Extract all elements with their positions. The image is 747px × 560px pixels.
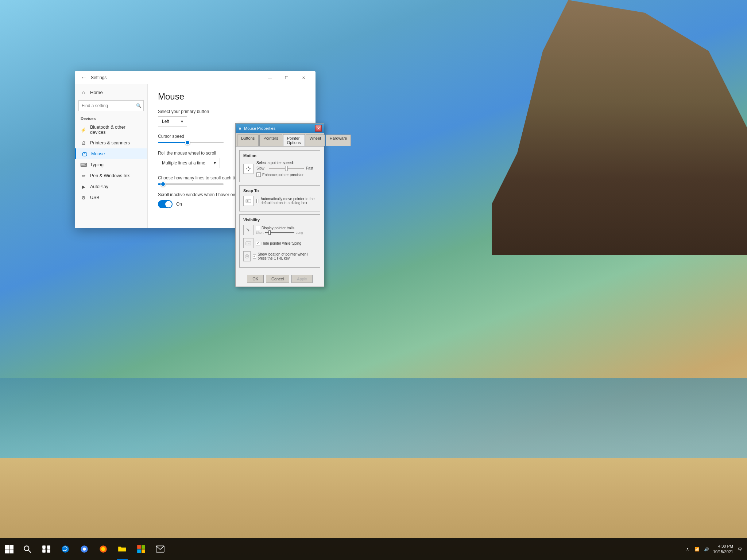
- motion-title: Motion: [243, 153, 316, 158]
- sidebar-item-printers[interactable]: 🖨 Printers & scanners: [75, 137, 147, 148]
- roll-scroll-dropdown[interactable]: Multiple lines at a time ▾: [158, 158, 220, 168]
- fast-label: Fast: [306, 166, 316, 170]
- taskbar-store[interactable]: [132, 538, 150, 560]
- svg-rect-23: [137, 549, 141, 553]
- snap-to-content: Automatically move pointer to the defaul…: [256, 197, 316, 205]
- taskbar-mail[interactable]: [151, 538, 169, 560]
- search-icon: 🔍: [136, 103, 142, 108]
- sidebar-home-label: Home: [90, 90, 103, 95]
- snap-to-icon: [243, 196, 253, 206]
- sidebar-item-pen-label: Pen & Windows Ink: [90, 173, 129, 178]
- cursor-speed-thumb[interactable]: [185, 140, 190, 145]
- clock-time: 4:30 PM: [713, 544, 733, 549]
- bluetooth-icon: ⚡: [81, 127, 86, 133]
- tab-buttons[interactable]: Buttons: [237, 135, 259, 146]
- window-titlebar: ← Settings — ☐ ✕: [75, 71, 316, 84]
- tray-notifications[interactable]: 🗨: [736, 545, 743, 553]
- sidebar-item-pen[interactable]: ✏ Pen & Windows Ink: [75, 170, 147, 181]
- taskbar-clock[interactable]: 4:30 PM 10/15/2021: [713, 544, 733, 555]
- sidebar-item-printers-label: Printers & scanners: [90, 140, 130, 145]
- tray-volume[interactable]: 🔊: [703, 545, 710, 553]
- taskbar-file-explorer[interactable]: [113, 538, 131, 560]
- svg-rect-22: [142, 545, 145, 549]
- usb-icon: ⚙: [81, 195, 86, 201]
- ok-button[interactable]: OK: [247, 275, 264, 283]
- taskbar-icons: [18, 538, 684, 560]
- tab-hardware[interactable]: Hardware: [326, 135, 351, 146]
- cancel-button[interactable]: Cancel: [266, 275, 289, 283]
- sidebar-item-typing[interactable]: ⌨ Typing: [75, 159, 147, 170]
- tray-network[interactable]: 📶: [693, 545, 701, 553]
- apply-button[interactable]: Apply: [291, 275, 313, 283]
- hide-typing-label: Hide pointer while typing: [262, 241, 301, 245]
- pointer-speed-slider[interactable]: [269, 168, 304, 169]
- dialog-icon-small: 🖱: [238, 126, 242, 131]
- dialog-buttons: OK Cancel Apply: [236, 273, 324, 287]
- toggle-knob: [165, 201, 172, 207]
- svg-rect-14: [42, 549, 46, 553]
- maximize-button[interactable]: ☐: [278, 72, 295, 83]
- visibility-section: Visibility Display pointer trails: [239, 214, 320, 268]
- svg-rect-13: [47, 545, 50, 549]
- taskbar-edge[interactable]: [56, 538, 74, 560]
- show-location-checkbox[interactable]: ✓: [253, 254, 256, 258]
- tab-wheel[interactable]: Wheel: [306, 135, 325, 146]
- pointer-trails-checkbox[interactable]: [256, 226, 260, 230]
- sidebar-search-input[interactable]: [78, 100, 144, 111]
- sidebar-item-usb-label: USB: [90, 195, 100, 200]
- enhance-precision-checkbox[interactable]: ✓: [256, 172, 261, 177]
- pointer-speed-thumb: [285, 166, 288, 171]
- lines-scroll-thumb[interactable]: [160, 182, 166, 187]
- roll-scroll-value: Multiple lines at a time: [162, 160, 205, 166]
- hide-typing-checkbox[interactable]: ✓: [256, 241, 260, 245]
- window-back-button[interactable]: ←: [78, 72, 89, 83]
- svg-point-9: [246, 256, 248, 257]
- svg-point-10: [24, 546, 29, 551]
- enhance-precision-label: Enhance pointer precision: [262, 173, 305, 177]
- auto-move-row: Automatically move pointer to the defaul…: [256, 197, 316, 205]
- auto-move-checkbox[interactable]: [256, 199, 259, 203]
- trail-slider: Short Long: [256, 231, 316, 234]
- tray-chevron[interactable]: ∧: [684, 545, 691, 553]
- svg-point-18: [83, 548, 86, 551]
- scroll-inactive-toggle[interactable]: [158, 200, 173, 208]
- scroll-inactive-toggle-label: On: [176, 202, 182, 207]
- sidebar-item-mouse[interactable]: Mouse: [75, 148, 147, 159]
- trail-thumb: [268, 230, 271, 235]
- taskbar-right: ∧ 📶 🔊 4:30 PM 10/15/2021 🗨: [684, 544, 747, 555]
- minimize-button[interactable]: —: [262, 72, 278, 83]
- primary-button-arrow: ▾: [181, 119, 183, 124]
- start-button[interactable]: [0, 538, 18, 560]
- sidebar-item-home[interactable]: ⌂ Home: [75, 86, 147, 98]
- dialog-content: Motion Select a pointer speed: Sl: [236, 147, 324, 273]
- motion-section: Motion Select a pointer speed: Sl: [239, 150, 320, 182]
- window-controls: — ☐ ✕: [262, 72, 312, 83]
- keyboard-icon: ⌨: [81, 162, 86, 168]
- pen-icon: ✏: [81, 173, 86, 179]
- snap-to-row: Automatically move pointer to the defaul…: [243, 196, 316, 206]
- tab-pointers[interactable]: Pointers: [259, 135, 282, 146]
- dialog-close-button[interactable]: ✕: [315, 125, 322, 132]
- auto-move-label: Automatically move pointer to the defaul…: [260, 197, 316, 205]
- printer-icon: 🖨: [81, 140, 86, 146]
- taskbar-chrome[interactable]: [75, 538, 93, 560]
- hide-typing-icon: [243, 238, 253, 248]
- sidebar-item-usb[interactable]: ⚙ USB: [75, 192, 147, 203]
- trail-length-slider[interactable]: [265, 232, 294, 233]
- sidebar-item-bluetooth[interactable]: ⚡ Bluetooth & other devices: [75, 122, 147, 137]
- slow-label: Slow: [256, 166, 267, 170]
- motion-icon: [243, 164, 253, 174]
- primary-button-value: Left: [162, 119, 169, 124]
- close-button[interactable]: ✕: [295, 72, 312, 83]
- show-location-row: ✓ Show location of pointer when I press …: [243, 251, 316, 261]
- tab-pointer-options[interactable]: Pointer Options: [283, 134, 305, 146]
- taskbar-firefox[interactable]: [94, 538, 112, 560]
- snap-to-section: Snap To Automatically move pointer to th…: [239, 185, 320, 211]
- sidebar-item-autoplay[interactable]: ▶ AutoPlay: [75, 181, 147, 192]
- taskbar-task-view[interactable]: [37, 538, 55, 560]
- pointer-trails-label: Display pointer trails: [262, 226, 294, 230]
- speed-label: Select a pointer speed:: [256, 161, 316, 165]
- taskbar-search[interactable]: [18, 538, 36, 560]
- sidebar-item-bluetooth-label: Bluetooth & other devices: [90, 125, 142, 135]
- primary-button-dropdown[interactable]: Left ▾: [158, 116, 187, 127]
